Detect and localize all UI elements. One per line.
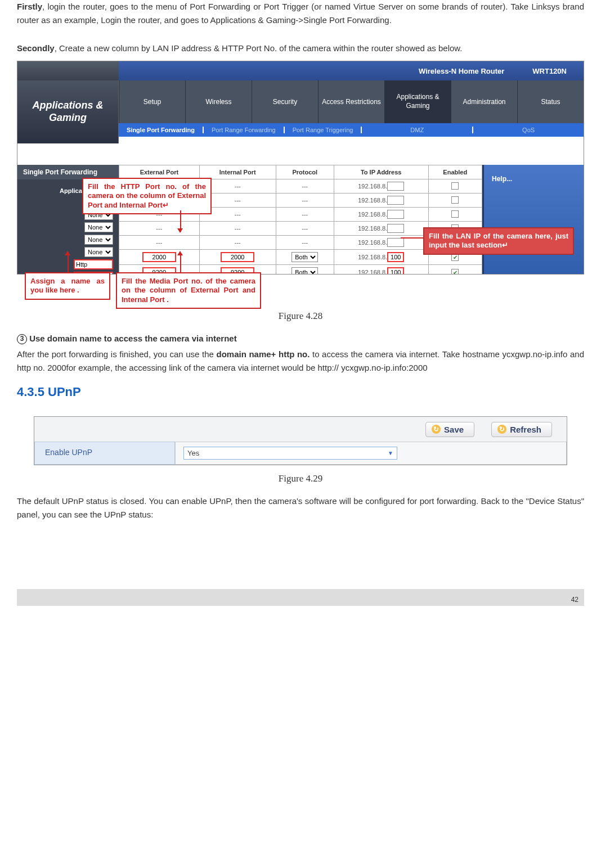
- app-name-http[interactable]: [74, 259, 113, 269]
- upnp-select-value: Yes: [187, 449, 199, 457]
- ip-end-http[interactable]: [387, 252, 404, 262]
- tab-access[interactable]: Access Restrictions: [318, 80, 384, 123]
- app-select-3[interactable]: None: [84, 222, 113, 232]
- subtab-dmz[interactable]: DMZ: [362, 127, 473, 133]
- cell: ---: [276, 236, 334, 250]
- router-brand: Wireless-N Home Router: [419, 67, 504, 75]
- subtab-single-port[interactable]: Single Port Forwarding: [119, 127, 204, 133]
- router-nav-row: Setup Wireless Security Access Restricti…: [119, 80, 584, 123]
- firstly-bold: Firstly: [17, 2, 42, 11]
- enabled-checkbox[interactable]: [451, 269, 459, 275]
- page-footer: 42: [17, 589, 584, 606]
- app-select-5[interactable]: None: [84, 247, 113, 257]
- upnp-row: Enable UPnP Yes ▼: [34, 442, 567, 465]
- callout-media-port: Fill the Media Port no. of the camera on…: [116, 272, 261, 309]
- ip-end-input[interactable]: [387, 196, 404, 205]
- step3-bold: domain name+ http no.: [217, 349, 310, 359]
- col-enabled: Enabled: [428, 165, 482, 179]
- tab-wireless-label: Wireless: [205, 98, 231, 106]
- cell: ---: [119, 236, 200, 250]
- tab-apps-label: Applications & Gaming: [385, 93, 451, 110]
- paragraph-secondly: Secondly, Create a new column by LAN IP …: [17, 42, 584, 55]
- cell: [428, 194, 482, 208]
- enabled-checkbox[interactable]: [451, 210, 459, 218]
- ip-end-media[interactable]: [387, 267, 404, 275]
- cell: [428, 179, 482, 194]
- proto-select[interactable]: Both: [291, 267, 318, 275]
- cell: 192.168.8.: [334, 194, 428, 208]
- tab-access-label: Access Restrictions: [322, 98, 381, 106]
- cell: ---: [276, 208, 334, 222]
- upnp-paragraph: The default UPnP status is closed. You c…: [17, 494, 584, 521]
- router-figure-wrapper: Applications & Gaming Wireless-N Home Ro…: [17, 61, 584, 303]
- cell: [199, 250, 276, 265]
- proto-select[interactable]: Both: [291, 252, 318, 262]
- cell: 192.168.8.: [334, 222, 428, 236]
- arrow-line: [68, 254, 69, 272]
- tab-apps-gaming[interactable]: Applications & Gaming: [384, 80, 451, 123]
- ip-end-input[interactable]: [387, 182, 404, 191]
- table-header-row: External Port Internal Port Protocol To …: [119, 165, 482, 179]
- router-section-title: Applications & Gaming: [17, 80, 119, 143]
- upnp-label: Enable UPnP: [34, 442, 175, 465]
- upnp-figure: ↻ Save ↻ Refresh Enable UPnP Yes ▼: [34, 416, 567, 465]
- step3-body: After the port forwarding is finished, y…: [17, 348, 584, 375]
- tab-status-label: Status: [541, 98, 560, 106]
- tab-status[interactable]: Status: [517, 80, 584, 123]
- cell: Both: [276, 265, 334, 275]
- cell: 192.168.8.: [334, 208, 428, 222]
- app-select-4[interactable]: None: [84, 235, 113, 245]
- int-port-http[interactable]: [221, 252, 254, 262]
- firstly-text: , login the router, goes to the menu of …: [17, 2, 584, 25]
- col-int-port: Internal Port: [199, 165, 276, 179]
- subtab-qos[interactable]: QoS: [473, 127, 584, 133]
- refresh-label: Refresh: [510, 425, 541, 434]
- tab-setup-label: Setup: [143, 98, 161, 106]
- cell: ---: [276, 222, 334, 236]
- cell: 192.168.8.: [334, 250, 428, 265]
- cell: ---: [199, 222, 276, 236]
- step3-text-a: After the port forwarding is finished, y…: [17, 349, 217, 359]
- subtab-port-range-fwd[interactable]: Port Range Forwarding: [204, 127, 285, 133]
- heading-4-3-5: 4.3.5 UPnP: [17, 385, 584, 399]
- cell: ---: [199, 236, 276, 250]
- secondly-text: , Create a new column by LAN IP address …: [55, 43, 463, 53]
- cell: ---: [119, 222, 200, 236]
- chevron-down-icon: ▼: [388, 450, 393, 456]
- callout-lan-ip: Fill the LAN IP of the camera here, just…: [423, 227, 574, 255]
- upnp-value-cell: Yes ▼: [175, 442, 567, 465]
- ext-port-http[interactable]: [142, 252, 176, 262]
- router-right-header: Wireless-N Home Router WRT120N Setup Wir…: [119, 61, 584, 123]
- cell: [119, 250, 200, 265]
- col-to-ip: To IP Address: [334, 165, 428, 179]
- save-icon: ↻: [432, 425, 441, 434]
- refresh-button[interactable]: ↻ Refresh: [491, 422, 552, 437]
- cell: 192.168.8.: [334, 179, 428, 194]
- cell: [428, 265, 482, 275]
- arrow-line: [180, 254, 181, 272]
- help-link[interactable]: Help...: [492, 175, 512, 183]
- enabled-checkbox[interactable]: [451, 182, 459, 190]
- secondly-bold: Secondly: [17, 43, 55, 53]
- callout-http-port: Fill the HTTP Port no. of the camera on …: [82, 178, 212, 214]
- cell: ---: [276, 194, 334, 208]
- help-panel: Help...: [482, 165, 584, 275]
- ip-end-input[interactable]: [387, 210, 404, 219]
- ip-end-input[interactable]: [387, 224, 404, 233]
- tab-setup[interactable]: Setup: [119, 80, 185, 123]
- ip-end-input[interactable]: [387, 238, 404, 247]
- col-ext-port: External Port: [119, 165, 200, 179]
- tab-admin[interactable]: Administration: [451, 80, 517, 123]
- router-subnav: Single Port Forwarding Port Range Forwar…: [119, 123, 584, 137]
- upnp-select[interactable]: Yes ▼: [183, 447, 397, 460]
- save-button[interactable]: ↻ Save: [425, 422, 474, 437]
- refresh-icon: ↻: [497, 425, 506, 434]
- tab-security[interactable]: Security: [252, 80, 318, 123]
- cell: [428, 208, 482, 222]
- tab-wireless[interactable]: Wireless: [185, 80, 252, 123]
- save-label: Save: [444, 425, 464, 434]
- subtab-port-range-trig[interactable]: Port Range Triggering: [285, 127, 362, 133]
- callout-name: Assign a name as you like here .: [25, 272, 110, 300]
- col-protocol: Protocol: [276, 165, 334, 179]
- enabled-checkbox[interactable]: [451, 196, 459, 204]
